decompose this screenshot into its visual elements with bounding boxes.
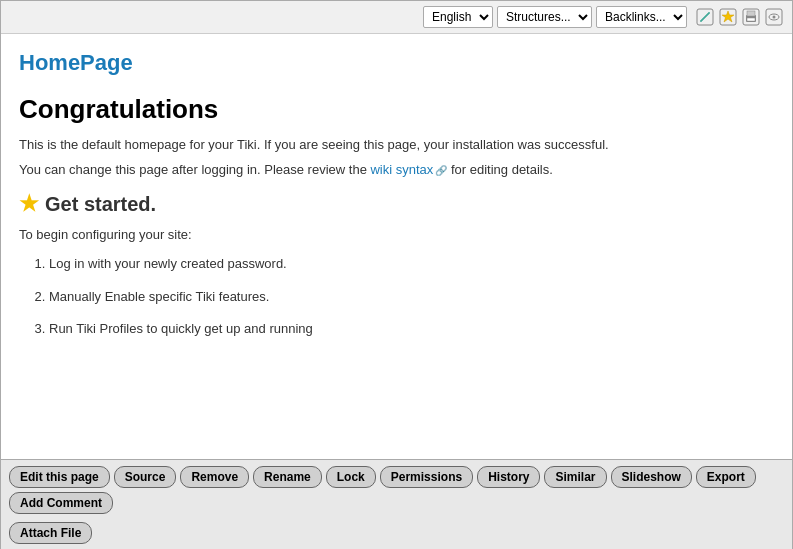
lock-button[interactable]: Lock — [326, 466, 376, 488]
external-link-icon: 🔗 — [435, 165, 447, 176]
list-item: Manually Enable specific Tiki features. — [49, 283, 774, 312]
get-started-heading: ★ Get started. — [19, 191, 774, 217]
remove-button[interactable]: Remove — [180, 466, 249, 488]
attach-file-button[interactable]: Attach File — [9, 522, 92, 544]
intro-text-2: You can change this page after logging i… — [19, 162, 774, 177]
bookmark-icon[interactable] — [718, 7, 738, 27]
edit-this-page-button[interactable]: Edit this page — [9, 466, 110, 488]
list-item: Run Tiki Profiles to quickly get up and … — [49, 315, 774, 344]
page-wrapper: English Structures... Backlinks... — [1, 1, 792, 549]
rename-button[interactable]: Rename — [253, 466, 322, 488]
wiki-syntax-link[interactable]: wiki syntax — [370, 162, 433, 177]
history-button[interactable]: History — [477, 466, 540, 488]
steps-list: Log in with your newly created password.… — [49, 250, 774, 344]
language-select[interactable]: English — [423, 6, 493, 28]
eye-icon[interactable] — [764, 7, 784, 27]
begin-text: To begin configuring your site: — [19, 227, 774, 242]
add-comment-button[interactable]: Add Comment — [9, 492, 113, 514]
similar-button[interactable]: Similar — [544, 466, 606, 488]
intro2-before: You can change this page after logging i… — [19, 162, 370, 177]
page-title: HomePage — [19, 50, 774, 76]
svg-rect-5 — [747, 11, 755, 16]
export-button[interactable]: Export — [696, 466, 756, 488]
congratulations-heading: Congratulations — [19, 94, 774, 125]
top-bar: English Structures... Backlinks... — [1, 1, 792, 34]
edit-page-icon[interactable] — [695, 7, 715, 27]
list-item: Log in with your newly created password. — [49, 250, 774, 279]
svg-rect-6 — [747, 18, 755, 21]
permissions-button[interactable]: Permissions — [380, 466, 473, 488]
print-icon[interactable] — [741, 7, 761, 27]
bottom-toolbar: Edit this pageSourceRemoveRenameLockPerm… — [1, 459, 792, 549]
backlinks-select[interactable]: Backlinks... — [596, 6, 687, 28]
star-icon: ★ — [19, 191, 39, 217]
svg-point-9 — [773, 16, 776, 19]
intro2-after: for editing details. — [447, 162, 553, 177]
main-content: HomePage Congratulations This is the def… — [1, 34, 792, 356]
top-bar-icons — [695, 7, 784, 27]
slideshow-button[interactable]: Slideshow — [611, 466, 692, 488]
intro-text-1: This is the default homepage for your Ti… — [19, 137, 774, 152]
structures-select[interactable]: Structures... — [497, 6, 592, 28]
source-button[interactable]: Source — [114, 466, 177, 488]
